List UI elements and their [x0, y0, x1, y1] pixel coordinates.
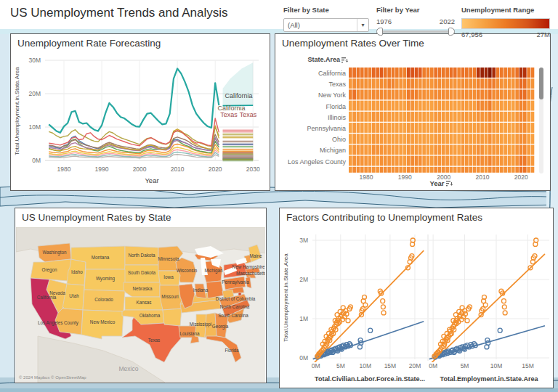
heatmap-cell — [376, 78, 379, 89]
heatmap-cell — [372, 101, 376, 111]
heatmap-cell — [457, 101, 461, 111]
heatmap-cell — [426, 101, 430, 111]
heatmap-cell — [422, 144, 426, 155]
svg-text:20M: 20M — [28, 90, 41, 97]
heatmap-cell — [453, 78, 457, 89]
heatmap-cell — [515, 156, 519, 166]
heatmap-cell — [392, 156, 395, 166]
heatmap-cell — [430, 134, 434, 144]
heatmap-cell — [469, 112, 472, 122]
heatmap-cell — [422, 68, 426, 78]
heatmap-cell — [349, 134, 352, 144]
heatmap-cell — [480, 134, 484, 144]
svg-text:Louisiana: Louisiana — [180, 331, 200, 336]
heatmap-cell — [395, 156, 399, 166]
heatmap-cell — [500, 156, 504, 166]
heatmap-cell — [395, 101, 399, 111]
heatmap-cell — [445, 123, 449, 133]
svg-text:California: California — [225, 92, 252, 99]
heatmap-cell — [445, 89, 449, 99]
heatmap-cell — [504, 156, 507, 166]
heatmap-cell — [387, 167, 391, 173]
heatmap-cell — [531, 101, 535, 111]
heatmap-cell — [480, 144, 484, 155]
heatmap-cell — [512, 167, 515, 173]
sort-icon[interactable] — [341, 57, 348, 63]
heatmap-cell — [380, 167, 384, 173]
heatmap-cell — [403, 112, 407, 122]
slider-handle-left[interactable] — [376, 28, 383, 36]
heatmap-cell — [500, 123, 504, 133]
slider-handle-right[interactable] — [448, 28, 455, 36]
heatmap-cell — [457, 89, 461, 99]
heatmap-cell — [426, 78, 430, 89]
heatmap-cell — [372, 89, 376, 99]
heatmap-cell — [480, 167, 484, 173]
svg-text:New Mexico: New Mexico — [90, 319, 116, 324]
heatmap-cell — [360, 144, 364, 155]
scrollbar-thumb[interactable] — [539, 68, 543, 99]
svg-text:Wisconsin: Wisconsin — [177, 268, 198, 273]
heatmap-cell — [519, 156, 523, 166]
us-choropleth-map[interactable]: WashingtonOregonIdahoMontanaNorth Dakota… — [16, 227, 265, 383]
heatmap-cell — [512, 89, 515, 99]
state-select[interactable]: (All) ▾ — [283, 18, 369, 32]
heatmap-cell — [492, 89, 496, 99]
svg-text:3M: 3M — [299, 237, 308, 244]
heatmap-chart[interactable]: CaliforniaTexasNew YorkFloridaIllinoisPe… — [276, 66, 549, 182]
heatmap-cell — [387, 78, 391, 89]
heatmap-cell — [368, 78, 372, 89]
heatmap-cell — [352, 89, 356, 99]
heatmap-cells — [349, 68, 534, 173]
forecast-bands — [223, 129, 254, 162]
heatmap-cell — [438, 112, 442, 122]
heatmap-cell — [349, 68, 352, 78]
heatmap-cell — [523, 112, 527, 122]
heatmap-cell — [438, 101, 442, 111]
heatmap-cell — [465, 78, 469, 89]
heatmap-cell — [387, 156, 391, 166]
sort-icon[interactable] — [446, 180, 453, 187]
heatmap-cell — [523, 167, 527, 173]
slider-track[interactable] — [379, 30, 452, 33]
state-shape[interactable] — [81, 310, 124, 339]
heatmap-cell — [395, 78, 399, 89]
state-shape[interactable] — [163, 309, 182, 326]
state-shape[interactable] — [238, 293, 241, 295]
svg-text:10M: 10M — [28, 123, 41, 131]
forecast-chart[interactable]: CaliforniaCaliforniaTexasTexas0M10M20M30… — [12, 53, 269, 190]
heatmap-cell — [488, 112, 492, 122]
svg-text:California: California — [318, 70, 346, 77]
heatmap-year-label[interactable]: Year — [348, 179, 534, 187]
svg-text:North Dakota: North Dakota — [128, 253, 155, 258]
legend-gradient-bar[interactable] — [461, 18, 550, 29]
svg-text:0M: 0M — [32, 157, 41, 164]
heatmap-cell — [376, 68, 379, 78]
heatmap-cell — [411, 156, 414, 166]
heatmap-cell — [407, 89, 411, 99]
heatmap-cell — [387, 89, 391, 99]
heatmap-cell — [445, 134, 449, 144]
heatmap-cell — [445, 101, 449, 111]
heatmap-cell — [500, 78, 504, 89]
heatmap-cell — [387, 101, 391, 111]
year-range-slider[interactable] — [376, 27, 455, 36]
heatmap-cell — [399, 78, 403, 89]
scatter-charts[interactable]: 0M5M10M15M20MTotal.Civilian.Labor.Force.… — [280, 227, 552, 388]
scatter-plot[interactable] — [313, 238, 424, 364]
heatmap-cell — [473, 144, 477, 155]
heatmap-cell — [392, 78, 395, 89]
heatmap-cell — [415, 78, 418, 89]
heatmap-title: Unemployment Rates Over Time — [282, 38, 424, 49]
chevron-down-icon[interactable]: ▾ — [357, 19, 368, 31]
heatmap-cell — [364, 134, 368, 144]
heatmap-row-header[interactable]: State.Area — [275, 56, 348, 63]
heatmap-cell — [434, 78, 437, 89]
heatmap-cell — [473, 78, 477, 89]
heatmap-cell — [485, 156, 488, 166]
heatmap-cell — [515, 68, 519, 78]
heatmap-cell — [519, 144, 523, 155]
heatmap-cell — [364, 123, 368, 133]
heatmap-cell — [465, 134, 469, 144]
heatmap-cell — [488, 89, 492, 99]
